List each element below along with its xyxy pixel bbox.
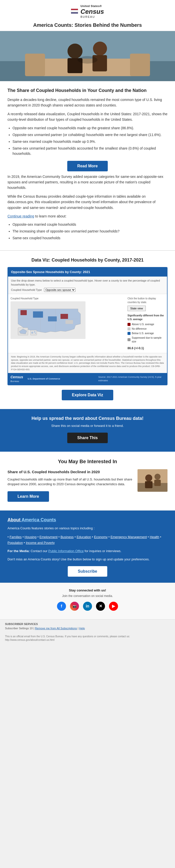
topic-employment[interactable]: Employment	[39, 535, 58, 539]
about-links: • Families • Housing • Employment • Busi…	[7, 534, 168, 546]
flag-stripe-red	[71, 9, 78, 10]
twitter-x-icon[interactable]: ✕	[96, 602, 105, 611]
share-this-button[interactable]: Share This	[67, 433, 108, 443]
svg-rect-14	[21, 310, 27, 315]
household-type-select[interactable]: Opposite-sex spouse	[44, 288, 75, 292]
legend-suppressed: Suppressed due to sample size	[128, 336, 165, 343]
read-more-button[interactable]: Read More	[67, 161, 108, 172]
map-svg-area	[10, 301, 85, 339]
card-body-text: Coupled households still made up more th…	[7, 477, 134, 487]
topic-health[interactable]: Health	[150, 535, 159, 539]
bullet2-1: Opposite-sex married couple households	[12, 222, 168, 227]
map-controls-text: Use the drop-down menu below to select a…	[11, 279, 164, 287]
state-view-note: Click the button to display counties by …	[128, 297, 165, 304]
social-footer: Stay connected with us! Join the convers…	[0, 583, 175, 620]
share-subtitle: Share this on social media or forward it…	[7, 423, 168, 428]
article1-para1: Despite a decades-long decline, coupled …	[7, 97, 168, 108]
topic-emergency[interactable]: Emergency Management	[110, 535, 147, 539]
facebook-icon[interactable]: f	[57, 602, 66, 611]
bullet2-3: Same-sex coupled households	[12, 236, 168, 241]
explore-dataviz-button[interactable]: Explore Data Viz	[62, 390, 113, 400]
bullet2-2: The increasing share of opposite-sex unm…	[12, 229, 168, 234]
media-label: For the Media:	[7, 549, 31, 553]
topic-income[interactable]: Income and Poverty	[26, 541, 55, 545]
svg-rect-18	[66, 320, 73, 324]
about-media: For the Media: Contact our Public Inform…	[7, 549, 168, 554]
flag-icon	[71, 9, 78, 14]
svg-point-23	[35, 333, 36, 334]
subscribe-button[interactable]: Subscribe	[68, 566, 107, 577]
interested-card: Share of U.S. Coupled Households Decline…	[7, 469, 168, 504]
commerce-text: U.S. Department of Commerce	[28, 377, 60, 381]
help-link[interactable]: Help	[79, 627, 85, 630]
footer-disclaimer: This is an official email from the U.S. …	[0, 633, 175, 645]
hero-image	[0, 31, 175, 81]
media-suffix: for inquiries or interviews.	[84, 549, 121, 553]
topic-education[interactable]: Education	[76, 535, 91, 539]
map-controls: Use the drop-down menu below to select a…	[8, 277, 167, 294]
about-title: About America Counts	[7, 517, 168, 523]
svg-point-22	[34, 331, 35, 333]
footer-bureau-text: Bureau	[10, 380, 23, 383]
bullet-1: Opposite-sex married couple households m…	[12, 125, 168, 131]
subscriber-settings-text: Subscriber Settings	[5, 627, 30, 630]
about-dont-miss: Don't miss an America Counts story! Use …	[7, 557, 168, 562]
topic-economy[interactable]: Economy	[94, 535, 107, 539]
share-title: Help us spread the word about Census Bur…	[7, 415, 168, 422]
learn-more-button[interactable]: Learn More	[7, 491, 49, 502]
read-more-btn-container: Read More	[7, 161, 168, 172]
svg-rect-29	[154, 480, 161, 486]
svg-rect-27	[145, 481, 152, 488]
remove-subscriptions-link[interactable]: Remove me from All Subscriptions	[35, 627, 77, 630]
subscriber-bar: SUBSCRIBER SERVICES Subscriber Settings …	[0, 619, 175, 633]
map-header: Opposite-Sex Spouse Households by County…	[8, 268, 167, 277]
topic-population[interactable]: Population	[7, 541, 23, 545]
commerce-logo: U.S. Department of Commerce	[26, 377, 96, 381]
us-map-svg	[10, 301, 85, 339]
map-left: Coupled Household Type	[10, 297, 125, 350]
article1-para2: A recently released data visualization, …	[7, 111, 168, 123]
article1-section: The Share of Coupled Households in Your …	[0, 81, 175, 250]
topic-housing[interactable]: Housing	[25, 535, 36, 539]
article1-bullets: Opposite-sex married couple households m…	[12, 125, 168, 156]
page-title: America Counts: Stories Behind the Numbe…	[5, 21, 170, 29]
legend-dot-below	[128, 332, 131, 335]
america-counts-link[interactable]: America Counts	[22, 517, 56, 522]
legend-label-below: Below U.S. average	[132, 332, 154, 335]
svg-point-21	[31, 332, 33, 334]
subscriber-count: 10	[30, 627, 33, 630]
bureau-text: Bureau	[80, 15, 104, 19]
youtube-icon[interactable]: ▶	[109, 602, 118, 611]
email-wrapper: United States® Census Bureau America Cou…	[0, 0, 175, 645]
card-title: Share of U.S. Coupled Households Decline…	[7, 469, 134, 475]
map-source: Source: 2017-2021 American Community Sur…	[98, 375, 165, 382]
continue-reading-link[interactable]: Continue reading	[7, 214, 34, 218]
legend-dot-above	[128, 323, 131, 326]
legend-label-suppressed: Suppressed due to sample size	[132, 336, 165, 343]
footer-census-text: Census	[10, 374, 23, 380]
state-view-button[interactable]: State view	[128, 306, 146, 311]
bullet-3: Same-sex married couple households made …	[12, 139, 168, 144]
census-logo-text: United States® Census Bureau	[80, 4, 104, 19]
coupled-household-label: Coupled Household Type	[11, 288, 42, 291]
map-legend-label: Coupled Household Type	[10, 297, 125, 300]
legend-none: No difference	[128, 327, 165, 331]
linkedin-icon[interactable]: in	[83, 602, 92, 611]
public-info-office-link[interactable]: Public Information Office	[48, 549, 83, 553]
flag-stripe-blue	[71, 12, 78, 13]
share-section: Help us spread the word about Census Bur…	[0, 409, 175, 452]
svg-rect-3	[25, 54, 45, 76]
map-type-selector: Coupled Household Type Opposite-sex spou…	[11, 288, 164, 292]
svg-rect-17	[48, 316, 57, 321]
svg-point-9	[77, 56, 98, 64]
bullet-2: Opposite-sex unmarried partner (or cohab…	[12, 132, 168, 137]
census-logo-small: Census Bureau	[10, 374, 23, 383]
subscriber-label: SUBSCRIBER SERVICES	[5, 622, 38, 625]
topic-business[interactable]: Business	[61, 535, 74, 539]
card-text-area: Share of U.S. Coupled Households Decline…	[7, 469, 134, 504]
instagram-icon[interactable]: 📷	[70, 602, 79, 611]
census-text: Census	[80, 8, 104, 15]
interested-section: You May Be Interested In Share of U.S. C…	[0, 452, 175, 510]
bullet-4: Same-sex unmarried partner households ac…	[12, 146, 168, 156]
topic-families[interactable]: Families	[9, 535, 22, 539]
